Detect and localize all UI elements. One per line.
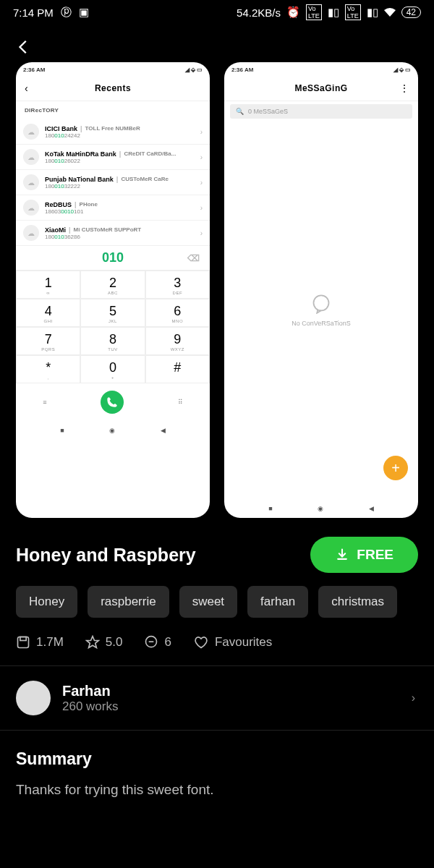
summary-text: Thanks for trying this sweet font. [16, 782, 418, 798]
tag-list: Honeyraspberriesweetfarhanchristmas [0, 586, 434, 632]
chevron-icon: › [200, 179, 203, 187]
tag[interactable]: Honey [16, 586, 77, 618]
preview-header-title: Recents [95, 83, 131, 93]
download-icon [335, 548, 349, 562]
nav-square-icon-2: ■ [268, 505, 272, 512]
tag[interactable]: farhan [247, 586, 308, 618]
preview-time: 2:36 AM [23, 67, 45, 73]
compose-fab: + [383, 456, 408, 480]
keypad-key: *, [16, 355, 80, 383]
comment-icon [144, 635, 158, 650]
nav-triangle-icon: ◀ [161, 427, 166, 434]
author-name: Farhan [62, 683, 118, 699]
star-icon [85, 635, 100, 650]
chevron-icon: › [200, 128, 203, 136]
keypad-key: 5JKL [80, 299, 145, 327]
back-button[interactable] [0, 25, 434, 62]
nav-circle-icon-2: ◉ [318, 505, 323, 512]
directory-label: DIRecTORY [16, 101, 210, 119]
keypad-key: 9WXYZ [145, 327, 210, 355]
chevron-icon: › [200, 153, 203, 161]
keypad-key: 3DEF [145, 271, 210, 299]
messaging-title: MeSSaGinG [294, 83, 347, 93]
svg-point-0 [314, 295, 329, 310]
stat-rating[interactable]: 5.0 [85, 635, 123, 650]
preview-time-2: 2:36 AM [231, 67, 253, 73]
tag[interactable]: christmas [318, 586, 397, 618]
dialpad-icon: ⠿ [178, 399, 183, 406]
signal-icon-2: ▮▯ [367, 6, 378, 19]
preview-status-icons-2: ◢ ⬙ ▭ [393, 67, 411, 73]
chat-bubble-icon [311, 294, 331, 314]
contact-avatar: ☁ [23, 124, 39, 140]
menu-icon: ≡ [43, 399, 46, 406]
nav-triangle-icon-2: ◀ [369, 505, 374, 512]
svg-rect-1 [18, 637, 29, 648]
download-button[interactable]: FREE [310, 537, 418, 573]
contact-avatar: ☁ [23, 174, 39, 190]
call-button [101, 391, 124, 414]
tag[interactable]: raspberrie [88, 586, 169, 618]
tag[interactable]: sweet [179, 586, 237, 618]
keypad-key: 7PQRS [16, 327, 80, 355]
nav-circle-icon: ◉ [109, 427, 115, 434]
nav-square-icon: ■ [60, 427, 64, 434]
heart-icon [193, 635, 209, 650]
author-works: 260 works [62, 699, 118, 714]
chevron-icon: › [200, 204, 203, 212]
chevron-icon: › [200, 229, 203, 237]
more-icon: ⋮ [399, 82, 409, 94]
keypad-key: 2ABC [80, 271, 145, 299]
summary-heading: Summary [16, 749, 418, 769]
signal-icon: ▮▯ [328, 6, 339, 19]
preview-dialer: 2:36 AM ◢ ⬙ ▭ ‹ Recents DIRecTORY ☁ICICI… [16, 62, 210, 518]
keypad-key: 0+ [80, 355, 145, 383]
search-icon: 🔍 [236, 108, 244, 115]
keypad-key: # [145, 355, 210, 383]
chevron-right-icon: › [412, 692, 415, 705]
preview-status-icons: ◢ ⬙ ▭ [185, 67, 203, 73]
save-icon [16, 635, 30, 650]
keypad: 1∞2ABC3DEF4GHI5JKL6MNO7PQRS8TUV9WXYZ*,0+… [16, 270, 210, 383]
directory-row: ☁XiaoMi|Mi CUSToMeR SUPPoRT18001036286› [16, 221, 210, 246]
preview-messaging: 2:36 AM ◢ ⬙ ▭ MeSSaGinG ⋮ 🔍 0 MeSSaGeS N… [224, 62, 418, 518]
wifi-icon [384, 8, 396, 17]
stat-favourites[interactable]: Favourites [193, 635, 272, 650]
directory-row: ☁KoTak MaHinDRa Bank|CReDIT CaRD/Ba...18… [16, 145, 210, 170]
directory-row: ☁ReDBUS|PHone186030010101› [16, 195, 210, 221]
status-bar: 7:14 PM ⓟ ▣ 54.2KB/s ⏰ VoLTE ▮▯ VoLTE ▮▯… [0, 0, 434, 25]
volte-icon-2: VoLTE [345, 4, 361, 20]
preview-carousel[interactable]: 2:36 AM ◢ ⬙ ▭ ‹ Recents DIRecTORY ☁ICICI… [0, 62, 434, 518]
battery-indicator: 42 [401, 7, 421, 18]
backspace-icon: ⌫ [187, 253, 200, 263]
instagram-icon: ▣ [79, 6, 89, 19]
contact-avatar: ☁ [23, 149, 39, 165]
dialed-number: 010 ⌫ [16, 246, 210, 270]
contact-avatar: ☁ [23, 225, 39, 241]
alarm-icon: ⏰ [286, 6, 300, 19]
volte-icon: VoLTE [306, 4, 322, 20]
product-title: Honey and Raspbery [16, 545, 196, 566]
keypad-key: 6MNO [145, 299, 210, 327]
pinterest-icon: ⓟ [61, 6, 72, 20]
directory-list: ☁ICICI Bank|TOLL Free NUMBeR18001024242›… [16, 119, 210, 246]
message-search: 🔍 0 MeSSaGeS [230, 104, 412, 119]
directory-row: ☁ICICI Bank|TOLL Free NUMBeR18001024242› [16, 119, 210, 145]
keypad-key: 8TUV [80, 327, 145, 355]
author-row[interactable]: Farhan 260 works › [0, 666, 434, 731]
keypad-key: 4GHI [16, 299, 80, 327]
keypad-key: 1∞ [16, 271, 80, 299]
empty-text: No ConVeRSaTionS [292, 320, 351, 327]
stat-comments[interactable]: 6 [144, 635, 171, 650]
contact-avatar: ☁ [23, 200, 39, 216]
author-avatar [16, 681, 51, 715]
stats-row: 1.7M 5.0 6 Favourites [0, 632, 434, 666]
directory-row: ☁Punjab NaTional Bank|CUSToMeR CaRe18001… [16, 170, 210, 195]
status-time: 7:14 PM [13, 7, 54, 19]
preview-back-icon: ‹ [25, 82, 28, 94]
stat-downloads: 1.7M [16, 635, 64, 650]
network-speed: 54.2KB/s [237, 7, 281, 19]
svg-rect-2 [20, 637, 26, 641]
